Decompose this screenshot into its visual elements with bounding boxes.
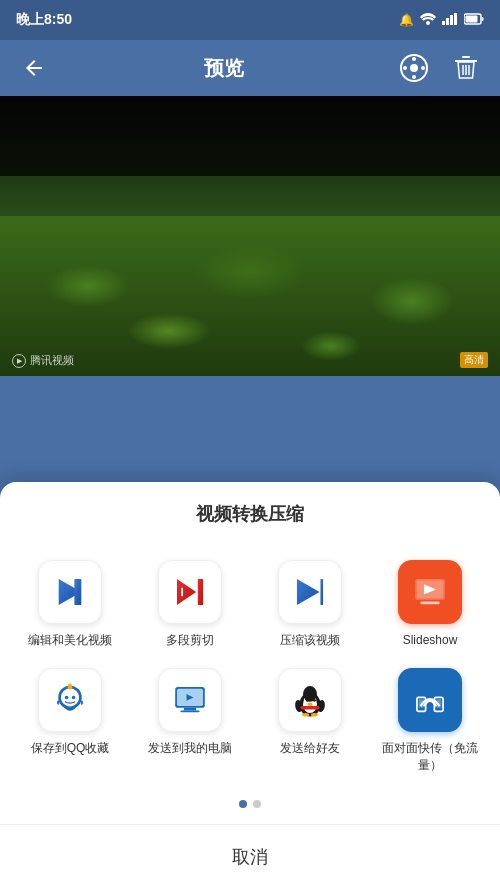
nav-actions [396, 50, 484, 86]
svg-point-50 [307, 703, 312, 706]
compress-video-icon [278, 560, 342, 624]
back-button[interactable] [16, 50, 52, 86]
svg-rect-7 [482, 17, 484, 21]
svg-point-10 [412, 57, 416, 61]
modal-title: 视频转换压缩 [0, 502, 500, 526]
svg-rect-1 [442, 21, 445, 25]
video-quality-badge: 高清 [460, 352, 488, 368]
svg-rect-4 [454, 13, 457, 25]
svg-rect-6 [466, 15, 478, 22]
svg-rect-15 [462, 56, 470, 58]
svg-point-56 [303, 686, 317, 702]
watermark-play-icon: ▶ [12, 354, 26, 368]
app-item-compress[interactable]: 压缩该视频 [250, 550, 370, 659]
page-title: 预览 [204, 55, 244, 82]
svg-marker-24 [297, 579, 320, 605]
send-friend-label: 发送给好友 [280, 740, 340, 757]
compress-video-label: 压缩该视频 [280, 632, 340, 649]
svg-rect-61 [436, 700, 441, 709]
svg-marker-21 [177, 579, 196, 605]
signal-icon [442, 13, 458, 28]
pagination-dot-1[interactable] [239, 800, 247, 808]
svg-rect-20 [74, 579, 81, 605]
multi-clip-icon [158, 560, 222, 624]
status-bar: 晚上8:50 🔔 [0, 0, 500, 40]
svg-point-12 [403, 66, 407, 70]
delete-button[interactable] [448, 50, 484, 86]
app-item-edit-video[interactable]: 编辑和美化视频 [10, 550, 130, 659]
pagination-dot-2[interactable] [253, 800, 261, 808]
send-pc-label: 发送到我的电脑 [148, 740, 232, 757]
svg-rect-60 [419, 700, 424, 709]
svg-point-0 [426, 21, 430, 25]
svg-point-52 [311, 713, 318, 716]
svg-rect-3 [450, 15, 453, 25]
bottom-sheet-modal: 视频转换压缩 编辑和美化视频 [0, 482, 500, 889]
svg-point-32 [65, 696, 68, 699]
svg-point-33 [72, 696, 75, 699]
top-navigation: 预览 [0, 40, 500, 96]
svg-rect-2 [446, 18, 449, 25]
svg-rect-39 [184, 708, 196, 711]
status-time: 晚上8:50 [16, 11, 72, 29]
svg-point-11 [412, 75, 416, 79]
svg-point-13 [421, 66, 425, 70]
app-item-save-qq[interactable]: 保存到QQ收藏 [10, 658, 130, 784]
svg-rect-22 [198, 579, 203, 605]
svg-point-31 [60, 687, 81, 708]
send-friend-icon [278, 668, 342, 732]
app-item-send-pc[interactable]: 发送到我的电脑 [130, 658, 250, 784]
svg-rect-55 [300, 706, 319, 709]
edit-video-label: 编辑和美化视频 [28, 632, 112, 649]
share-button[interactable] [396, 50, 432, 86]
svg-rect-40 [180, 711, 199, 713]
app-grid: 编辑和美化视频 多段剪切 [0, 550, 500, 784]
svg-point-9 [410, 64, 418, 72]
wifi-icon [420, 13, 436, 28]
airdrop-label: 面对面快传（免流量） [376, 740, 484, 774]
app-item-send-friend[interactable]: 发送给好友 [250, 658, 370, 784]
video-preview[interactable]: ▶ 腾讯视频 高清 [0, 96, 500, 376]
status-icons: 🔔 [399, 13, 484, 28]
airdrop-icon [398, 668, 462, 732]
slideshow-icon [398, 560, 462, 624]
app-item-airdrop[interactable]: 面对面快传（免流量） [370, 658, 490, 784]
svg-point-36 [68, 684, 71, 687]
cancel-section: 取消 [0, 824, 500, 889]
notification-icon: 🔔 [399, 13, 414, 27]
pagination-dots [0, 800, 500, 808]
app-item-multi-clip[interactable]: 多段剪切 [130, 550, 250, 659]
svg-rect-30 [420, 601, 439, 604]
cancel-button[interactable]: 取消 [0, 839, 500, 875]
svg-rect-25 [320, 579, 323, 605]
save-qq-icon [38, 668, 102, 732]
multi-clip-label: 多段剪切 [166, 632, 214, 649]
video-watermark: ▶ 腾讯视频 [12, 353, 74, 368]
edit-video-icon [38, 560, 102, 624]
svg-point-51 [302, 713, 309, 716]
battery-icon [464, 13, 484, 28]
send-pc-icon [158, 668, 222, 732]
slideshow-label: Slideshow [403, 632, 458, 649]
save-qq-label: 保存到QQ收藏 [31, 740, 110, 757]
app-item-slideshow[interactable]: Slideshow [370, 550, 490, 659]
